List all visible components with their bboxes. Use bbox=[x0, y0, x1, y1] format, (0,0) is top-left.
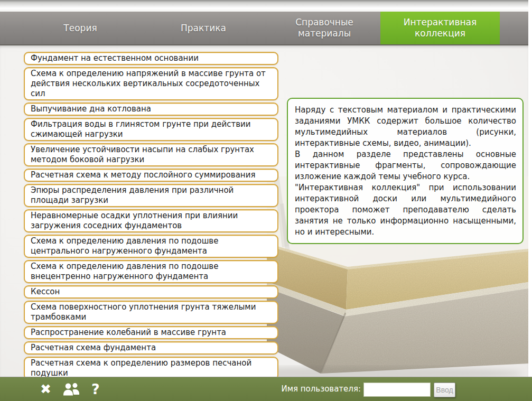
enter-button[interactable]: Ввод bbox=[434, 383, 455, 397]
tab-label: Практика bbox=[181, 23, 226, 34]
tab-reference-materials[interactable]: Справочные материалы bbox=[274, 12, 375, 44]
description-paragraph: "Интерактивная коллекция" при использова… bbox=[295, 182, 516, 238]
topic-item[interactable]: Неравномерные осадки уплотнения при влия… bbox=[24, 209, 278, 232]
description-paragraph: Наряду с текстовым материалом и практиче… bbox=[295, 105, 516, 149]
topic-item[interactable]: Схема к определению давления по подошве … bbox=[24, 235, 278, 258]
application-window: ТеорияПрактикаСправочные материалыИнтера… bbox=[0, 0, 532, 401]
tab-label: Теория bbox=[63, 23, 97, 34]
footer-bar: ✖ ? Имя пользователя: Ввод bbox=[0, 377, 532, 401]
topic-item[interactable]: Увеличение устойчивости насыпи на слабых… bbox=[24, 143, 278, 166]
tab-label: Интерактивная коллекция bbox=[395, 17, 485, 39]
topic-item[interactable]: Кессон bbox=[24, 285, 278, 299]
topic-list: Фундамент на естественном основанииСхема… bbox=[24, 52, 278, 380]
tab-label: Справочные материалы bbox=[285, 17, 364, 39]
description-paragraph: В данном разделе представлены основные и… bbox=[295, 149, 516, 182]
content-area: Фундамент на естественном основанииСхема… bbox=[0, 45, 528, 377]
tab-interactive-collection[interactable]: Интерактивная коллекция bbox=[380, 12, 500, 44]
topic-item[interactable]: Распространение колебаний в массиве грун… bbox=[24, 326, 278, 339]
username-label: Имя пользователя: bbox=[281, 384, 361, 394]
topic-item[interactable]: Выпучивание дна котлована bbox=[24, 102, 278, 116]
username-input[interactable] bbox=[363, 383, 431, 397]
topic-item[interactable]: Схема к определению напряжений в массиве… bbox=[24, 67, 278, 100]
topic-item[interactable]: Схема к определению давления по подошве … bbox=[24, 260, 278, 283]
topic-item[interactable]: Расчетная схема к методу послойного сумм… bbox=[24, 169, 278, 182]
tab-theory[interactable]: Теория bbox=[30, 12, 130, 44]
section-description-panel: Наряду с текстовым материалом и практиче… bbox=[287, 98, 524, 244]
window-top-edge bbox=[0, 0, 528, 12]
topic-item[interactable]: Эпюры распределения давления при различн… bbox=[24, 184, 278, 207]
tab-practice[interactable]: Практика bbox=[153, 12, 254, 44]
main-tab-bar: ТеорияПрактикаСправочные материалыИнтера… bbox=[0, 12, 528, 45]
topic-item[interactable]: Фундамент на естественном основании bbox=[24, 52, 278, 65]
topic-item[interactable]: Фильтрация воды в глинястом грунте при д… bbox=[24, 118, 278, 141]
topic-item[interactable]: Расчетная схема фундамента bbox=[24, 341, 278, 355]
topic-item[interactable]: Схема поверхностного уплотнения грунта т… bbox=[24, 301, 278, 324]
login-group: Имя пользователя: Ввод bbox=[0, 377, 532, 401]
